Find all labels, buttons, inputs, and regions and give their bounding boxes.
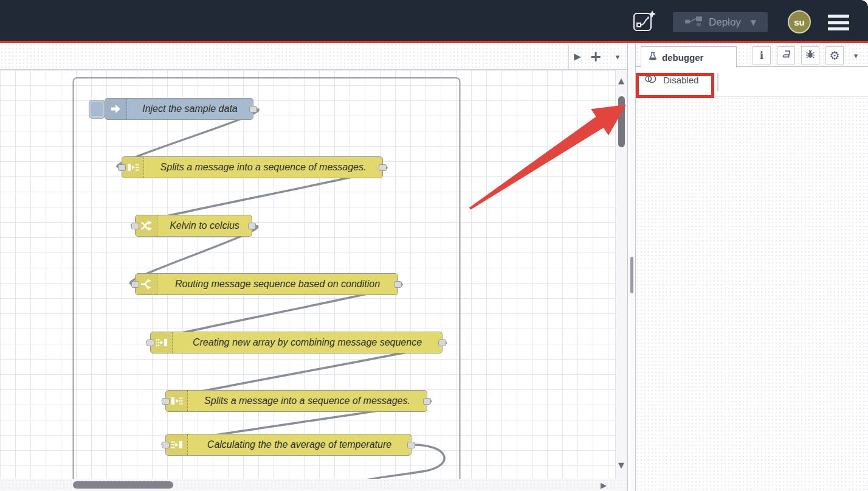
flow-assistant-icon[interactable] [632, 9, 656, 32]
app-header: Deploy ▼ su [0, 0, 868, 41]
scroll-down-icon[interactable]: ▼ [618, 461, 624, 470]
node-input-port[interactable] [146, 340, 154, 346]
sidebar: debugger i [636, 43, 868, 491]
bug-icon [805, 49, 815, 61]
flow-node-join[interactable]: Calculating the the average of temperatu… [165, 434, 412, 456]
disabled-label: Disabled [663, 75, 698, 85]
deploy-icon [684, 16, 703, 29]
tab-debugger-label: debugger [662, 52, 703, 63]
sidebar-splitter [627, 43, 636, 491]
debugger-toolbar: Disabled [636, 67, 868, 97]
toggle-icon [644, 74, 658, 85]
scroll-right-icon[interactable]: ▶ [601, 481, 607, 490]
book-icon [781, 50, 791, 61]
node-label: Creating new array by combining message … [173, 337, 442, 348]
vertical-scroll-thumb[interactable] [618, 96, 625, 147]
inject-node-button[interactable] [89, 100, 105, 119]
node-output-port[interactable] [438, 340, 446, 346]
info-button[interactable]: i [753, 46, 771, 64]
deploy-label: Deploy [709, 16, 741, 29]
debug-button[interactable] [801, 46, 819, 64]
scroll-up-icon[interactable]: ▲ [618, 76, 624, 85]
node-input-port[interactable] [131, 223, 139, 229]
scroll-tabs-right-icon[interactable]: ▶ [569, 48, 586, 65]
debugger-disabled-toggle[interactable]: Disabled [644, 74, 698, 85]
gear-icon: ⚙ [829, 49, 839, 62]
inject-icon [105, 99, 127, 119]
add-flow-button[interactable]: + [587, 48, 604, 65]
deploy-options-chevron-icon[interactable]: ▼ [751, 18, 756, 27]
sidebar-expand-chevron-icon[interactable]: ▾ [850, 51, 862, 60]
flow-node-inject[interactable]: Inject the sample data [105, 98, 253, 120]
horizontal-scroll-thumb[interactable] [73, 481, 173, 489]
user-avatar[interactable]: su [788, 10, 811, 33]
node-label: Inject the sample data [127, 103, 253, 114]
flow-list-chevron-icon[interactable]: ▾ [609, 48, 626, 65]
flow-node-split[interactable]: Splits a message into a sequence of mess… [122, 156, 383, 178]
deploy-button[interactable]: Deploy ▼ [673, 12, 768, 32]
flow-node-change[interactable]: Kelvin to celcius [135, 215, 252, 237]
flow-canvas[interactable]: Inject the sample dataSplits a message i… [0, 70, 627, 479]
flow-tabbar: ▶ + ▾ [0, 43, 627, 70]
node-output-port[interactable] [423, 398, 431, 405]
flask-icon [649, 52, 657, 63]
node-output-port[interactable] [407, 442, 415, 448]
help-button[interactable] [777, 46, 795, 64]
node-label: Routing message sequence based on condit… [157, 279, 398, 290]
main-menu-icon[interactable] [828, 15, 849, 30]
node-output-port[interactable] [249, 106, 257, 113]
node-label: Splits a message into a sequence of mess… [144, 162, 382, 173]
flow-node-join[interactable]: Creating new array by combining message … [150, 332, 443, 353]
node-label: Calculating the the average of temperatu… [188, 439, 411, 450]
sidebar-body [636, 97, 868, 491]
splitter-drag-handle[interactable] [630, 257, 633, 293]
annotation-red-line [0, 41, 868, 43]
node-input-port[interactable] [162, 398, 170, 405]
toolbar-separator [717, 73, 718, 91]
flow-node-switch[interactable]: Routing message sequence based on condit… [135, 273, 398, 295]
node-output-port[interactable] [394, 281, 402, 288]
node-output-port[interactable] [379, 164, 387, 171]
node-label: Splits a message into a sequence of mess… [188, 395, 427, 406]
vertical-scrollbar[interactable]: ▲ ▼ [615, 70, 627, 479]
tab-debugger[interactable]: debugger [641, 46, 737, 68]
node-input-port[interactable] [162, 442, 170, 448]
node-input-port[interactable] [131, 281, 139, 288]
flow-node-split[interactable]: Splits a message into a sequence of mess… [165, 390, 427, 412]
horizontal-scrollbar[interactable]: ▶ [0, 479, 627, 491]
sidebar-header: debugger i [636, 43, 868, 67]
node-label: Kelvin to celcius [157, 220, 252, 231]
node-output-port[interactable] [248, 223, 256, 229]
node-input-port[interactable] [118, 164, 126, 171]
settings-button[interactable]: ⚙ [825, 46, 844, 64]
